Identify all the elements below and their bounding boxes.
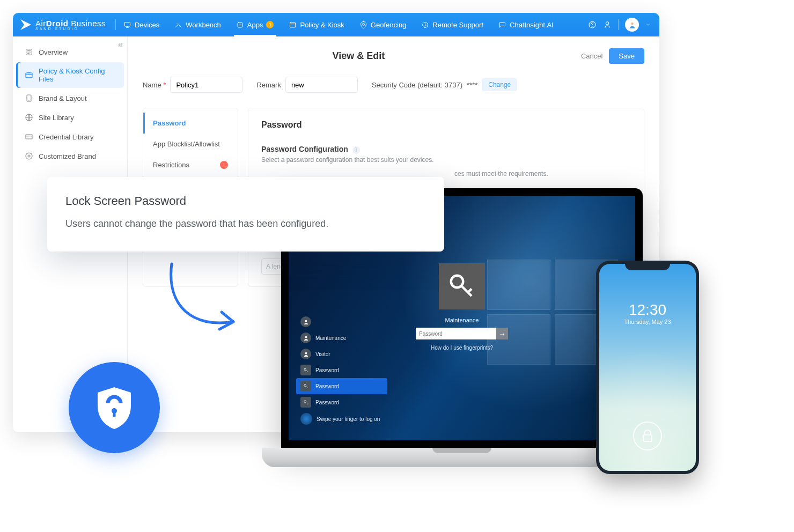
key-tile-icon (439, 263, 485, 309)
user-icon (300, 349, 311, 359)
win-sideitem-password[interactable]: Password (296, 394, 387, 410)
form-row: Name * Remark Security Code (default: 37… (143, 77, 644, 93)
win-fingerprint-hint[interactable]: How do I use fingerprints? (416, 345, 508, 351)
win-submit-button[interactable]: → (496, 328, 508, 339)
remark-input[interactable] (285, 77, 358, 93)
chevron-down-icon[interactable] (645, 20, 651, 29)
remark-field: Remark (256, 77, 358, 93)
sidebar-item-label: Site Library (39, 114, 74, 122)
security-code-field: Security Code (default: 3737) **** Chang… (372, 78, 517, 91)
remark-label: Remark (256, 81, 281, 89)
save-button[interactable]: Save (609, 48, 644, 64)
panel-heading: Password (261, 120, 631, 130)
phone-lock-icon[interactable] (633, 422, 662, 450)
svg-point-3 (362, 23, 364, 25)
sidebar-item-label: Customized Brand (39, 152, 96, 160)
win-sideitem-fingerprint[interactable]: Swipe your finger to log on (296, 410, 387, 427)
sidebar-item-site-library[interactable]: Site Library (16, 108, 124, 127)
phone-mockup: 12:30 Thursday, May 23 (596, 261, 699, 474)
nav-geofencing[interactable]: Geofencing (352, 13, 414, 36)
nav-devices[interactable]: Devices (116, 13, 167, 36)
sidebar-item-label: Policy & Kiosk Config Files (39, 67, 115, 83)
key-icon (300, 381, 311, 391)
name-field: Name * (143, 77, 242, 93)
requirements-tail: ces must meet the requirements. (454, 170, 631, 178)
sidebar-collapse-icon[interactable]: « (118, 40, 123, 49)
subtab-blocklist[interactable]: App Blocklist/Allowlist (143, 134, 238, 154)
win-sideitem-maintenance[interactable]: Maintenance (296, 330, 387, 346)
svg-rect-25 (643, 435, 652, 441)
sidebar-item-label: Brand & Layout (39, 94, 87, 102)
fingerprint-icon (300, 413, 312, 425)
svg-point-11 (29, 100, 30, 101)
security-code-mask: **** (467, 81, 477, 89)
phone-date: Thursday, May 23 (599, 319, 696, 325)
sidebar-item-overview[interactable]: Overview (16, 43, 124, 61)
phone-clock: 12:30 (599, 301, 696, 319)
warning-icon: ! (220, 161, 228, 169)
win-sideitem-password[interactable]: Password (296, 362, 387, 378)
win-sideitem-visitor[interactable]: Visitor (296, 346, 387, 362)
nav-policy[interactable]: Policy & Kiosk (281, 13, 351, 36)
win-password-input[interactable] (416, 328, 496, 339)
page-header: View & Edit Cancel Save (143, 48, 644, 64)
main-nav: Devices Workbench Apps 1 Policy & Kiosk … (116, 13, 561, 36)
cancel-button[interactable]: Cancel (575, 48, 609, 64)
apps-badge: 1 (266, 21, 274, 28)
password-config-title: Password Configuration i (261, 145, 631, 154)
svg-point-14 (26, 153, 32, 159)
name-input[interactable] (170, 77, 242, 93)
svg-point-15 (28, 155, 30, 157)
sidebar-item-config[interactable]: Policy & Kiosk Config Files (16, 62, 124, 88)
nav-workbench[interactable]: Workbench (167, 13, 229, 36)
sidebar-item-customized-brand[interactable]: Customized Brand (16, 147, 124, 165)
nav-chatinsight[interactable]: ChatInsight.AI (491, 13, 561, 36)
subtab-restrictions[interactable]: Restrictions ! (143, 154, 238, 175)
svg-rect-2 (290, 23, 296, 27)
page-title: View & Edit (143, 50, 575, 62)
svg-point-20 (305, 336, 307, 338)
security-code-label: Security Code (default: 3737) (372, 81, 462, 89)
divider (618, 19, 619, 30)
phone-lockscreen: 12:30 Thursday, May 23 (599, 264, 696, 471)
change-code-button[interactable]: Change (482, 78, 517, 91)
svg-rect-17 (113, 411, 116, 417)
shield-lock-icon (93, 384, 135, 431)
sidebar-item-brand-layout[interactable]: Brand & Layout (16, 89, 124, 107)
notification-icon[interactable] (603, 20, 612, 29)
sidebar-item-credential-library[interactable]: Credential Library (16, 128, 124, 146)
user-avatar[interactable] (625, 18, 639, 32)
password-config-sub: Select a password configuration that bes… (261, 156, 631, 164)
sidebar-item-label: Credential Library (39, 133, 94, 141)
svg-point-6 (606, 22, 608, 25)
key-icon (300, 397, 311, 408)
user-icon (300, 316, 311, 327)
callout-title: Lock Screen Password (65, 194, 426, 208)
subtab-password[interactable]: Password (143, 113, 238, 134)
help-icon[interactable] (588, 20, 597, 29)
win-sideitem-password-selected[interactable]: Password (296, 378, 387, 394)
name-label: Name * (143, 81, 166, 89)
svg-point-21 (305, 352, 307, 354)
svg-rect-0 (125, 22, 130, 26)
sidebar-item-label: Overview (39, 48, 68, 56)
win-username: Maintenance (416, 317, 508, 323)
nav-apps[interactable]: Apps 1 (229, 13, 282, 36)
brand-logo-icon (20, 19, 31, 30)
svg-rect-13 (26, 135, 32, 139)
svg-point-19 (305, 320, 307, 322)
callout-card: Lock Screen Password Users cannot change… (47, 177, 444, 252)
svg-point-7 (631, 22, 634, 25)
arrow-icon (161, 258, 252, 344)
callout-body: Users cannot change the password that ha… (65, 217, 426, 231)
win-sideitem-user[interactable] (296, 314, 387, 330)
brand: AirDroid Business SAND STUDIO (20, 19, 106, 31)
svg-rect-9 (26, 73, 32, 78)
info-icon[interactable]: i (352, 146, 360, 154)
nav-utilities (579, 18, 659, 32)
brand-subtitle: SAND STUDIO (35, 27, 106, 31)
win-account-list: Maintenance Visitor Password Password Pa… (296, 314, 387, 427)
svg-point-24 (304, 400, 306, 402)
nav-remote-support[interactable]: Remote Support (414, 13, 491, 36)
svg-point-23 (304, 384, 306, 386)
